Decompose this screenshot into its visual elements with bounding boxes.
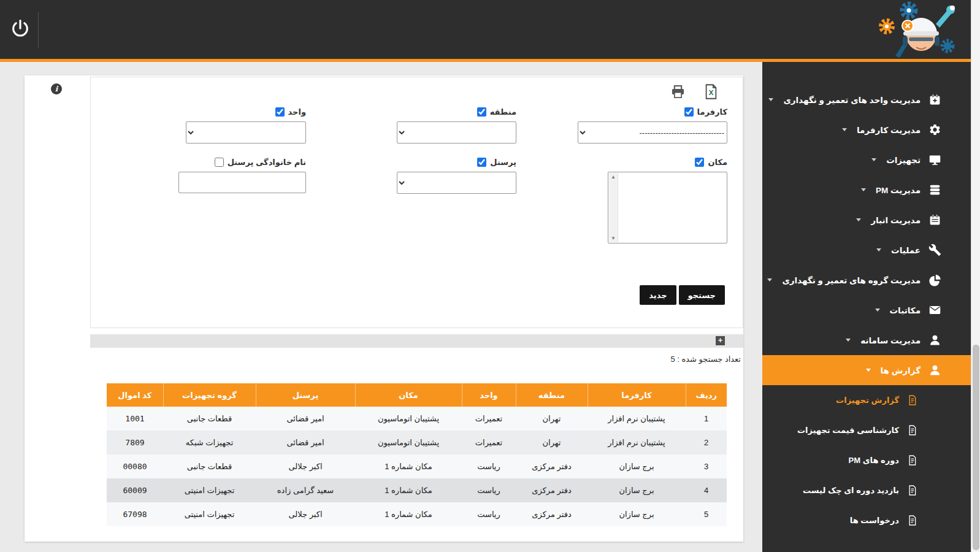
sidebar-item-label: عملیات: [891, 245, 921, 255]
personnel-select[interactable]: [397, 172, 516, 194]
location-checkbox[interactable]: [695, 158, 704, 167]
table-row[interactable]: 5 برج سازان دفتر مرکزی ریاست مکان شماره …: [107, 502, 727, 526]
cell-region: دفتر مرکزی: [516, 502, 588, 526]
sidebar-item-maintenance-units[interactable]: مدیریت واحد های تعمیر و نگهداری: [762, 85, 971, 115]
personnel-checkbox[interactable]: [477, 158, 486, 167]
chevron-down-icon: [856, 218, 861, 221]
lastname-input[interactable]: [178, 172, 306, 193]
sidebar-item-correspondence[interactable]: مکاتبات: [762, 295, 971, 325]
sidebar-item-label: مدیریت انبار: [871, 215, 921, 225]
sidebar-item-reports[interactable]: گزارش ها: [762, 355, 971, 385]
sidebar-subitem-requests[interactable]: درخواست ها: [762, 505, 971, 535]
sidebar-subitem-label: بازدید دوره ای چک لیست: [803, 486, 899, 495]
sidebar-subitem-equipment-price-appraisal[interactable]: کارشناسی قیمت تجهیزات: [762, 415, 971, 445]
results-table-wrap: ردیف کارفرما منطقه واحد مکان پرسنل گروه …: [107, 383, 727, 526]
header-cell-employer: کارفرما: [588, 383, 686, 407]
cell-location: پشتیبان اتوماسیون: [355, 407, 462, 431]
sidebar-item-label: مدیریت واحد های تعمیر و نگهداری: [783, 95, 921, 105]
sidebar-item-warehouse-management[interactable]: مدیریت انبار: [762, 205, 971, 235]
cell-employer: برج سازان: [588, 502, 686, 526]
sidebar-subitem-equipment-report[interactable]: گزارش تجهیزات: [762, 385, 971, 415]
cell-region: دفتر مرکزی: [516, 454, 588, 478]
cell-employer: پشتیبان نرم افزار: [588, 407, 686, 431]
print-button[interactable]: [670, 83, 686, 100]
document-icon: [906, 515, 918, 526]
chevron-down-icon: [875, 309, 880, 312]
table-row[interactable]: 4 برج سازان دفتر مرکزی ریاست مکان شماره …: [107, 478, 727, 502]
table-row[interactable]: 1 پشتیبان نرم افزار تهران تعمیرات پشتیبا…: [107, 407, 727, 431]
cell-unit: ریاست: [462, 502, 516, 526]
maintenance-worker-logo: [877, 1, 958, 59]
page-scrollbar[interactable]: [971, 0, 980, 552]
sidebar-navigation: مدیریت واحد های تعمیر و نگهداری مدیریت ک…: [762, 62, 971, 552]
cell-asset-code: 1001: [107, 407, 163, 431]
cell-row-number: 2: [686, 431, 727, 454]
user-icon: [928, 334, 941, 347]
cell-personnel: اکبر جلالی: [256, 502, 355, 526]
chevron-down-icon: [866, 369, 871, 372]
listbox-scrollbar[interactable]: ▲ ▼: [609, 173, 618, 242]
sidebar-item-label: مکاتبات: [890, 305, 921, 315]
unit-filter-group: واحد: [186, 105, 306, 144]
sidebar-subitem-label: درخواست ها: [850, 516, 899, 525]
cell-employer: برج سازان: [588, 478, 686, 502]
chevron-down-icon: [876, 248, 881, 251]
scroll-down-icon[interactable]: ▼: [611, 236, 616, 241]
export-excel-button[interactable]: X: [703, 83, 719, 100]
power-button[interactable]: [10, 18, 31, 39]
cell-location: مکان شماره 1: [355, 478, 462, 502]
sidebar-item-label: گزارش ها: [881, 366, 921, 375]
search-button[interactable]: جستجو: [679, 285, 725, 305]
sidebar-item-operations[interactable]: عملیات: [762, 235, 971, 265]
calendar-plus-icon: [928, 93, 941, 106]
cell-equipment-group: تجهیزات شبکه: [163, 431, 256, 454]
location-filter-group: مکان ▲ ▼: [608, 156, 727, 243]
cell-region: تهران: [516, 407, 588, 431]
sidebar-item-equipment[interactable]: تجهیزات: [762, 145, 971, 175]
region-checkbox[interactable]: [477, 107, 486, 117]
lastname-label: نام خانوادگی پرسنل: [228, 158, 306, 167]
unit-checkbox[interactable]: [275, 107, 285, 117]
table-row[interactable]: 2 پشتیبان نرم افزار تهران تعمیرات پشتیبا…: [107, 431, 727, 454]
sidebar-subitem-checklist-periodic-visit[interactable]: بازدید دوره ای چک لیست: [762, 475, 971, 505]
calendar-icon: [928, 213, 941, 226]
app-root: مدیریت واحد های تعمیر و نگهداری مدیریت ک…: [0, 0, 980, 552]
scroll-up-icon[interactable]: ▲: [611, 174, 616, 180]
sidebar-subitem-pm-periods[interactable]: دوره های PM: [762, 445, 971, 475]
scrollbar-thumb[interactable]: [973, 345, 979, 550]
region-select[interactable]: [397, 121, 516, 144]
table-header-row: ردیف کارفرما منطقه واحد مکان پرسنل گروه …: [107, 383, 727, 407]
printer-icon: [670, 83, 686, 100]
info-icon[interactable]: i: [51, 83, 62, 94]
unit-select[interactable]: [186, 121, 306, 144]
sidebar-item-system-management[interactable]: مدیریت سامانه: [762, 325, 971, 355]
header-divider: [38, 12, 39, 48]
location-listbox[interactable]: ▲ ▼: [608, 172, 727, 243]
form-actions: جستجو جدید: [640, 285, 725, 305]
chevron-down-icon: [861, 188, 866, 191]
cell-asset-code: 60009: [107, 478, 163, 502]
lastname-checkbox[interactable]: [215, 158, 224, 167]
chevron-down-icon: [768, 98, 773, 101]
cell-equipment-group: قطعات جانبی: [163, 407, 256, 431]
table-row[interactable]: 3 برج سازان دفتر مرکزی ریاست مکان شماره …: [107, 454, 727, 478]
employer-checkbox[interactable]: [684, 107, 694, 117]
add-icon[interactable]: +: [716, 336, 725, 345]
cell-unit: ریاست: [462, 478, 516, 502]
cell-equipment-group: تجهیزات امنیتی: [163, 478, 256, 502]
cell-unit: تعمیرات: [462, 431, 516, 454]
sidebar-item-pm-management[interactable]: مدیریت PM: [762, 175, 971, 205]
search-result-count: تعداد جستجو شده : 5: [670, 355, 741, 364]
sidebar-item-maintenance-groups[interactable]: مدیریت گروه های تعمیر و نگهداری: [762, 265, 971, 295]
cell-region: دفتر مرکزی: [516, 478, 588, 502]
personnel-filter-group: پرسنل: [397, 156, 516, 194]
sidebar-item-employer-management[interactable]: مدیریت کارفرما: [762, 115, 971, 145]
sidebar-item-label: تجهیزات: [886, 155, 921, 165]
cell-asset-code: 67098: [107, 502, 163, 526]
main-content-panel: i X کارفرما: [25, 75, 743, 542]
new-button[interactable]: جدید: [640, 285, 676, 305]
region-label: منطقه: [490, 107, 516, 117]
cell-unit: تعمیرات: [462, 407, 516, 431]
header-cell-equipment-group: گروه تجهیزات: [163, 383, 256, 407]
employer-select[interactable]: --------------------------------: [578, 121, 727, 144]
